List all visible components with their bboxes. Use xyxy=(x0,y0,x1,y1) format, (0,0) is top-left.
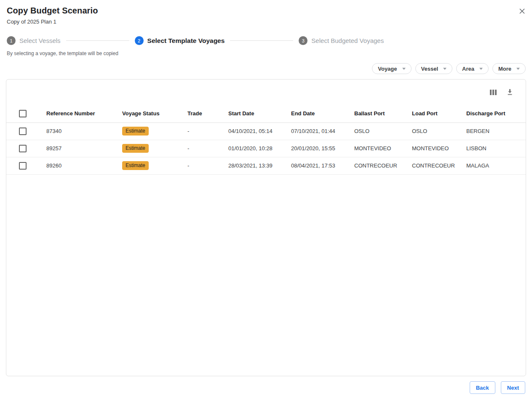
cell-trade: - xyxy=(187,122,228,140)
close-button[interactable] xyxy=(517,6,527,16)
filter-area[interactable]: Area xyxy=(456,63,489,74)
cell-start-date: 28/03/2021, 13:39 xyxy=(228,157,291,174)
cell-discharge-port: MALAGA xyxy=(466,157,526,174)
download-button[interactable] xyxy=(507,89,513,96)
columns-icon xyxy=(490,89,497,96)
voyages-table: Reference Number Voyage Status Trade Sta… xyxy=(6,105,526,175)
cell-load-port: OSLO xyxy=(412,122,466,140)
voyages-table-panel: Reference Number Voyage Status Trade Sta… xyxy=(6,79,526,376)
column-header-start-date[interactable]: Start Date xyxy=(228,105,291,122)
step-select-template-voyages[interactable]: 2 Select Template Voyages xyxy=(135,36,225,45)
column-header-load-port[interactable]: Load Port xyxy=(412,105,466,122)
column-header-trade[interactable]: Trade xyxy=(187,105,228,122)
step-connector xyxy=(230,40,293,41)
step-label: Select Template Voyages xyxy=(147,37,225,45)
cell-reference: 87340 xyxy=(46,122,122,140)
hint-text: By selecting a voyage, the template will… xyxy=(0,50,532,56)
step-number-badge: 1 xyxy=(7,36,16,45)
column-header-status[interactable]: Voyage Status xyxy=(122,105,187,122)
step-select-vessels[interactable]: 1 Select Vessels xyxy=(7,36,61,45)
cell-trade: - xyxy=(187,157,228,174)
table-row[interactable]: 89260 Estimate - 28/03/2021, 13:39 08/04… xyxy=(6,157,526,174)
filter-label: More xyxy=(498,66,511,72)
cell-end-date: 07/10/2021, 01:44 xyxy=(291,122,354,140)
select-all-checkbox[interactable] xyxy=(19,110,27,117)
column-header-reference[interactable]: Reference Number xyxy=(46,105,122,122)
filter-label: Vessel xyxy=(421,66,438,72)
dialog-header: Copy Budget Scenario Copy of 2025 Plan 1 xyxy=(0,0,532,25)
step-label: Select Budgeted Voyages xyxy=(311,37,384,44)
table-row[interactable]: 89257 Estimate - 01/01/2020, 10:28 20/01… xyxy=(6,140,526,157)
column-header-end-date[interactable]: End Date xyxy=(291,105,354,122)
column-header-ballast-port[interactable]: Ballast Port xyxy=(354,105,412,122)
cell-discharge-port: BERGEN xyxy=(466,122,526,140)
page-subtitle: Copy of 2025 Plan 1 xyxy=(7,19,525,25)
cell-ballast-port: CONTRECOEUR xyxy=(354,157,412,174)
cell-discharge-port: LISBON xyxy=(466,140,526,157)
chevron-down-icon xyxy=(402,68,406,70)
next-button[interactable]: Next xyxy=(501,381,525,394)
download-icon xyxy=(507,89,513,96)
step-select-budgeted-voyages[interactable]: 3 Select Budgeted Voyages xyxy=(299,36,384,45)
filter-vessel[interactable]: Vessel xyxy=(415,63,453,74)
columns-button[interactable] xyxy=(490,89,497,96)
grid-toolbar xyxy=(6,80,526,105)
cell-load-port: MONTEVIDEO xyxy=(412,140,466,157)
filter-label: Area xyxy=(462,66,474,72)
cell-end-date: 08/04/2021, 17:53 xyxy=(291,157,354,174)
row-checkbox[interactable] xyxy=(19,145,27,152)
chevron-down-icon xyxy=(516,68,520,70)
cell-reference: 89257 xyxy=(46,140,122,157)
stepper: 1 Select Vessels 2 Select Template Voyag… xyxy=(0,36,532,45)
cell-start-date: 01/01/2020, 10:28 xyxy=(228,140,291,157)
status-badge: Estimate xyxy=(122,161,149,170)
cell-end-date: 20/01/2020, 15:55 xyxy=(291,140,354,157)
chevron-down-icon xyxy=(443,68,446,70)
chevron-down-icon xyxy=(479,68,483,70)
step-label: Select Vessels xyxy=(19,37,61,44)
page-title: Copy Budget Scenario xyxy=(7,6,525,16)
filter-bar: Voyage Vessel Area More xyxy=(0,63,532,74)
cell-load-port: CONTRECOEUR xyxy=(412,157,466,174)
close-icon xyxy=(519,8,525,14)
filter-more[interactable]: More xyxy=(492,63,526,74)
status-badge: Estimate xyxy=(122,127,149,135)
table-header-row: Reference Number Voyage Status Trade Sta… xyxy=(6,105,526,122)
column-header-discharge-port[interactable]: Discharge Port xyxy=(466,105,526,122)
row-checkbox[interactable] xyxy=(19,162,27,170)
dialog-footer: Back Next xyxy=(0,376,532,394)
filter-label: Voyage xyxy=(378,66,397,72)
step-number-badge: 3 xyxy=(299,36,307,45)
cell-reference: 89260 xyxy=(46,157,122,174)
cell-ballast-port: MONTEVIDEO xyxy=(354,140,412,157)
row-checkbox[interactable] xyxy=(19,128,27,135)
status-badge: Estimate xyxy=(122,144,149,152)
cell-ballast-port: OSLO xyxy=(354,122,412,140)
step-connector xyxy=(66,40,129,41)
back-button[interactable]: Back xyxy=(470,381,495,394)
cell-trade: - xyxy=(187,140,228,157)
table-row[interactable]: 87340 Estimate - 04/10/2021, 05:14 07/10… xyxy=(6,122,526,140)
step-number-badge: 2 xyxy=(135,36,144,45)
filter-voyage[interactable]: Voyage xyxy=(372,63,411,74)
cell-start-date: 04/10/2021, 05:14 xyxy=(228,122,291,140)
